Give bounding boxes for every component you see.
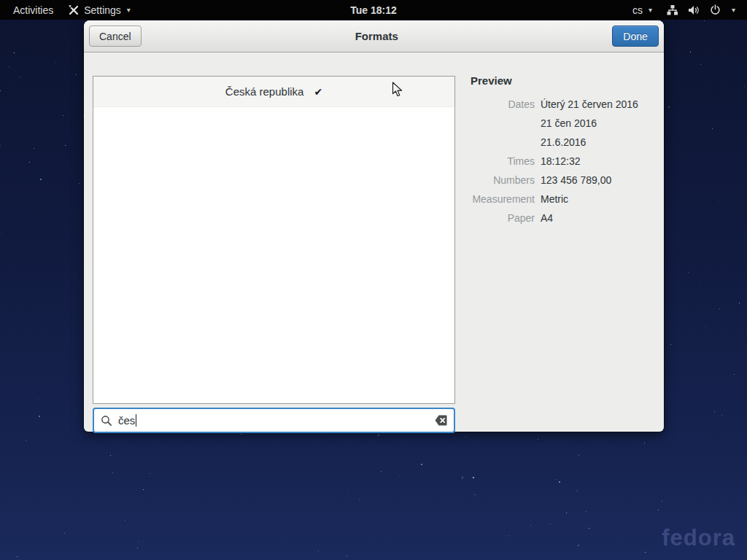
search-input[interactable]: čes (93, 408, 455, 433)
search-icon (101, 415, 112, 427)
preview-panel: Preview Dates Úterý 21 červen 2016 21 če… (471, 74, 657, 225)
text-caret (136, 414, 136, 427)
volume-icon (688, 5, 700, 15)
preview-value: 21.6.2016 (541, 136, 657, 149)
network-wired-icon (667, 5, 678, 15)
cancel-button[interactable]: Cancel (89, 26, 142, 47)
fedora-logo: fedora (662, 525, 735, 551)
preview-value: Úterý 21 červen 2016 (541, 98, 657, 111)
dialog-headerbar: Cancel Formats Done (84, 20, 664, 52)
list-item-ceska-republika[interactable]: Česká republika ✔ (93, 77, 454, 107)
top-bar: Activities Settings ▾ Tue 18:12 cs ▾ (0, 0, 747, 20)
formats-list: Česká republika ✔ (93, 76, 455, 404)
keyboard-layout-label: cs (632, 4, 643, 16)
dialog-title: Formats (142, 30, 612, 42)
app-menu-label: Settings (84, 4, 121, 16)
preview-label: Numbers (471, 174, 535, 187)
clock[interactable]: Tue 18:12 (350, 4, 397, 16)
chevron-down-icon: ▾ (127, 6, 131, 14)
preview-label: Dates (471, 98, 535, 111)
chevron-down-icon: ▾ (649, 6, 652, 14)
keyboard-layout-indicator[interactable]: cs ▾ (627, 0, 658, 20)
preview-label (471, 136, 535, 149)
settings-tools-icon (68, 4, 80, 16)
power-icon (710, 4, 721, 15)
preview-value: 123 456 789,00 (541, 174, 657, 187)
system-status-menu[interactable]: ▾ (661, 0, 741, 20)
chevron-down-icon: ▾ (732, 6, 735, 14)
check-icon: ✔ (314, 86, 322, 98)
activities-button[interactable]: Activities (7, 0, 59, 20)
clear-search-icon[interactable] (435, 415, 447, 426)
preview-heading: Preview (471, 74, 657, 87)
preview-label: Measurement (471, 193, 535, 206)
list-item-label: Česká republika (225, 85, 304, 98)
formats-dialog: Cancel Formats Done Česká republika ✔ če… (84, 20, 664, 432)
preview-label: Times (471, 155, 535, 168)
preview-value: Metric (541, 193, 657, 206)
done-button[interactable]: Done (612, 26, 659, 47)
search-input-value: čes (118, 414, 135, 427)
preview-grid: Dates Úterý 21 červen 2016 21 čen 2016 2… (471, 98, 657, 225)
preview-value: 21 čen 2016 (541, 117, 657, 130)
preview-value: 18:12:32 (541, 155, 657, 168)
app-menu-settings[interactable]: Settings ▾ (62, 0, 136, 20)
preview-value: A4 (541, 212, 657, 225)
preview-label: Paper (471, 212, 535, 225)
preview-label (471, 117, 535, 130)
